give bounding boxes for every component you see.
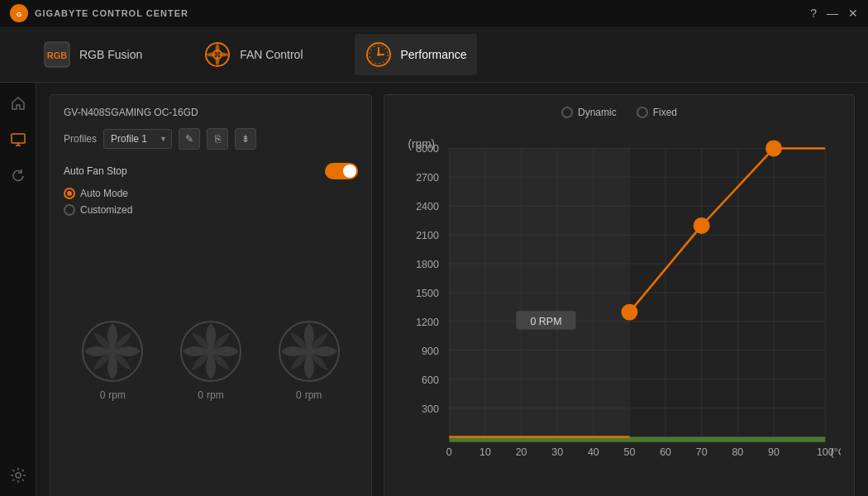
svg-text:900: 900: [422, 346, 439, 357]
auto-mode-label: Auto Mode: [80, 188, 128, 199]
svg-text:G: G: [17, 11, 21, 18]
svg-text:RGB: RGB: [47, 50, 68, 60]
svg-text:60: 60: [660, 446, 671, 458]
fan-curve-chart[interactable]: (rpm): [398, 126, 841, 489]
fan-3: 0 rpm: [276, 318, 342, 401]
fixed-mode-item[interactable]: Fixed: [637, 107, 677, 118]
fan-1: 0 rpm: [79, 318, 145, 401]
fan-3-icon: [276, 318, 342, 384]
left-panel: GV-N408SGAMING OC-16GD Profiles Profile …: [50, 94, 372, 496]
svg-text:0: 0: [446, 446, 452, 458]
dynamic-mode-item[interactable]: Dynamic: [561, 107, 617, 118]
close-button[interactable]: ✕: [848, 7, 858, 20]
fan-3-rpm-value: 0: [296, 389, 302, 401]
right-panel: Dynamic Fixed (rpm): [384, 94, 855, 496]
sidebar-item-settings[interactable]: [7, 465, 29, 486]
sidebar-item-monitor[interactable]: [7, 129, 29, 150]
customized-mode-label: Customized: [80, 204, 132, 216]
svg-text:300: 300: [422, 403, 439, 415]
edit-profile-button[interactable]: ✎: [179, 128, 200, 150]
svg-text:90: 90: [768, 446, 780, 458]
fan-1-rpm: 0 rpm: [100, 389, 126, 401]
nav-label-fan-control: FAN Control: [240, 48, 303, 61]
svg-text:1200: 1200: [416, 317, 439, 328]
profile-select-wrapper[interactable]: Profile 1 Profile 2 Profile 3: [103, 129, 172, 149]
svg-rect-20: [449, 148, 629, 441]
auto-mode-radio-dot: [64, 188, 75, 199]
svg-text:2100: 2100: [416, 230, 439, 241]
svg-text:(°C): (°C): [831, 446, 841, 458]
fan-1-icon: [79, 318, 145, 384]
content-area: GV-N408SGAMING OC-16GD Profiles Profile …: [36, 83, 868, 496]
svg-text:10: 10: [479, 446, 491, 458]
copy-profile-button[interactable]: ⎘: [207, 128, 228, 150]
help-button[interactable]: ?: [810, 7, 817, 20]
profile-select[interactable]: Profile 1 Profile 2 Profile 3: [103, 129, 172, 149]
nav-item-rgb-fusion[interactable]: RGB RGB Fusion: [33, 34, 152, 75]
sidebar: [0, 83, 36, 496]
svg-text:1500: 1500: [416, 288, 439, 299]
sidebar-item-home[interactable]: [7, 93, 29, 114]
svg-point-8: [377, 53, 380, 56]
nav-item-performance[interactable]: Performance: [355, 34, 477, 75]
chart-svg: (rpm): [398, 126, 841, 489]
fixed-mode-radio: [637, 107, 648, 118]
fan-2-rpm: 0 rpm: [198, 389, 223, 401]
fan-3-rpm: 0 rpm: [296, 389, 322, 401]
fan-2-icon: [178, 318, 244, 384]
nav-label-rgb-fusion: RGB Fusion: [79, 48, 142, 61]
chart-point-3: [766, 141, 780, 155]
svg-text:80: 80: [732, 446, 743, 458]
fan-1-rpm-value: 0: [100, 389, 106, 401]
svg-text:40: 40: [588, 446, 599, 458]
svg-text:20: 20: [516, 446, 527, 458]
svg-text:3000: 3000: [416, 143, 439, 155]
main-layout: GV-N408SGAMING OC-16GD Profiles Profile …: [0, 83, 868, 496]
auto-fan-stop-label: Auto Fan Stop: [64, 165, 127, 177]
fans-area: 0 rpm: [64, 229, 358, 489]
svg-text:30: 30: [551, 446, 563, 458]
svg-text:2700: 2700: [416, 172, 439, 184]
nav-item-fan-control[interactable]: FAN Control: [193, 34, 312, 75]
svg-text:600: 600: [422, 374, 439, 386]
panels: GV-N408SGAMING OC-16GD Profiles Profile …: [50, 94, 855, 496]
chart-mode-row: Dynamic Fixed: [398, 107, 841, 118]
svg-text:0 RPM: 0 RPM: [530, 316, 561, 327]
sidebar-item-update[interactable]: [7, 165, 29, 187]
fan-2: 0 rpm: [178, 318, 244, 401]
chart-point-2: [694, 218, 708, 232]
rgb-fusion-icon: RGB: [43, 41, 71, 69]
minimize-button[interactable]: —: [827, 7, 838, 20]
auto-fan-stop-toggle[interactable]: [325, 163, 358, 179]
app-logo: G: [10, 4, 28, 22]
fan-2-rpm-value: 0: [198, 389, 203, 401]
export-profile-button[interactable]: ⇟: [235, 128, 256, 150]
customized-mode-radio[interactable]: Customized: [64, 204, 358, 216]
mode-radio-group: Auto Mode Customized: [64, 188, 358, 216]
svg-rect-9: [12, 134, 25, 143]
fan-3-rpm-label: rpm: [305, 389, 322, 401]
fan-control-icon: [203, 41, 231, 69]
chart-point-1: [622, 305, 637, 319]
svg-text:2400: 2400: [416, 201, 439, 212]
customized-mode-radio-dot: [64, 204, 75, 216]
dynamic-mode-radio: [561, 107, 573, 118]
app-title: GIGABYTE CONTROL CENTER: [35, 8, 188, 18]
fan-2-rpm-label: rpm: [207, 389, 224, 401]
top-nav: RGB RGB Fusion FAN Control Performance: [0, 26, 868, 83]
auto-mode-radio[interactable]: Auto Mode: [64, 188, 358, 199]
profiles-label: Profiles: [64, 133, 97, 145]
dynamic-mode-label: Dynamic: [578, 107, 617, 118]
fixed-mode-label: Fixed: [653, 107, 677, 118]
svg-text:70: 70: [696, 446, 708, 458]
titlebar: G GIGABYTE CONTROL CENTER ? — ✕: [0, 0, 868, 26]
device-name: GV-N408SGAMING OC-16GD: [64, 107, 358, 118]
svg-point-12: [16, 473, 21, 478]
auto-fan-row: Auto Fan Stop: [64, 163, 358, 179]
fan-1-rpm-label: rpm: [108, 389, 126, 401]
profiles-row: Profiles Profile 1 Profile 2 Profile 3 ✎…: [64, 128, 358, 150]
performance-icon: [365, 41, 393, 69]
svg-text:50: 50: [624, 446, 636, 458]
window-controls: ? — ✕: [810, 7, 858, 20]
svg-text:1800: 1800: [416, 259, 439, 270]
